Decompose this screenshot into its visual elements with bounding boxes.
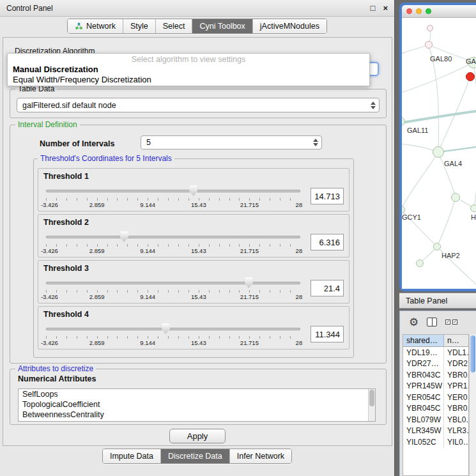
table-row[interactable]: YBR045CYBR0… xyxy=(403,403,468,415)
numerical-attributes-list[interactable]: SelfLoopsTopologicalCoefficientBetweenne… xyxy=(18,388,376,422)
threshold-1-section: Threshold 1 -3.4262.8599.14415.4321.7152… xyxy=(38,168,349,211)
network-canvas[interactable]: GAL80GAGAL11GAL4GCY1HHAP2 xyxy=(402,18,476,289)
tab-cyni-toolbox[interactable]: Cyni Toolbox xyxy=(192,19,252,33)
table-cell[interactable]: YIL0… xyxy=(444,436,468,448)
stepper-icon[interactable] xyxy=(371,102,376,109)
table-cell[interactable]: YDR2… xyxy=(444,358,468,370)
table-row[interactable]: YBR043CYBR0… xyxy=(403,369,468,381)
table-cell[interactable]: YIL052C xyxy=(403,436,444,448)
threshold-2-slider[interactable]: -3.4262.8599.14415.4321.71528 xyxy=(43,230,303,256)
threshold-1-value-field[interactable]: 14.713 xyxy=(311,188,344,204)
thresholds-group-label: Threshold's Coordinates for 5 Intervals xyxy=(38,154,174,163)
slider-scale-label: 21.715 xyxy=(240,201,259,208)
scrollbar-thumb[interactable] xyxy=(470,335,475,372)
network-node[interactable] xyxy=(427,25,433,31)
dropdown-option-equal-width-frequency[interactable]: Equal Width/Frequency Discretization xyxy=(8,74,369,84)
column-header-shared-name[interactable]: shared… xyxy=(403,335,444,346)
network-node[interactable] xyxy=(470,204,476,212)
scrollbar-thumb[interactable] xyxy=(369,390,374,406)
column-header-name[interactable]: n… xyxy=(444,335,468,346)
tab-discretize-data[interactable]: Discretize Data xyxy=(161,449,230,463)
threshold-2-row: -3.4262.8599.14415.4321.71528 6.316 xyxy=(43,230,344,256)
slider-track[interactable] xyxy=(46,236,300,238)
gear-icon[interactable]: ⚙ xyxy=(409,317,418,328)
tab-jactivemnodules[interactable]: jActiveMNodules xyxy=(253,19,326,33)
slider-scale-label: -3.426 xyxy=(41,201,58,208)
tab-label: Infer Network xyxy=(237,452,284,461)
minimize-traffic-light[interactable] xyxy=(416,8,422,14)
table-cell[interactable]: YBR0… xyxy=(444,403,468,415)
apply-button[interactable]: Apply xyxy=(169,429,226,443)
slider-track[interactable] xyxy=(46,190,300,192)
zoom-traffic-light[interactable] xyxy=(426,8,431,14)
numerical-attribute-item[interactable]: TopologicalCoefficient xyxy=(19,399,375,410)
slider-thumb[interactable] xyxy=(189,185,197,196)
slider-thumb[interactable] xyxy=(162,323,170,334)
table-cell[interactable]: YDL1… xyxy=(444,347,468,358)
network-node[interactable] xyxy=(433,243,441,250)
slider-scale: -3.4262.8599.14415.4321.71528 xyxy=(46,339,300,347)
attributes-scrollbar[interactable] xyxy=(368,389,375,421)
table-cell[interactable]: YER0… xyxy=(444,392,468,403)
slider-thumb[interactable] xyxy=(245,277,253,288)
network-node[interactable] xyxy=(466,72,475,81)
table-cell[interactable]: YBR0… xyxy=(444,369,468,381)
table-cell[interactable]: YER054C xyxy=(403,392,444,403)
up-arrow-icon xyxy=(313,139,318,142)
slider-scale-label: 15.43 xyxy=(191,201,206,208)
close-traffic-light[interactable] xyxy=(406,8,412,14)
close-window-icon[interactable]: × xyxy=(383,4,388,12)
network-node[interactable] xyxy=(451,193,460,202)
interval-definition-group: Interval Definition Number of Intervals … xyxy=(10,125,387,364)
tab-network[interactable]: Network xyxy=(68,19,123,33)
numerical-attribute-item[interactable]: BetweennessCentrality xyxy=(19,410,375,420)
table-row[interactable]: YIL052CYIL0… xyxy=(403,436,468,448)
slider-thumb[interactable] xyxy=(120,231,128,242)
slider-track[interactable] xyxy=(46,328,300,330)
column-visibility-icon[interactable]: ✓ ✓ xyxy=(445,319,457,325)
tab-label: Select xyxy=(163,22,185,31)
algorithm-dropdown: Select algorithm to view settings Manual… xyxy=(7,53,370,86)
table-cell[interactable]: YBL079W xyxy=(403,414,444,426)
table-cell[interactable]: YPR1… xyxy=(444,381,468,392)
tab-impute-data[interactable]: Impute Data xyxy=(103,449,161,463)
table-data-combobox[interactable]: galFiltered.sif default node xyxy=(17,98,380,112)
table-cell[interactable]: YBL0… xyxy=(444,414,468,426)
network-node[interactable] xyxy=(433,146,444,158)
network-node[interactable] xyxy=(416,259,424,267)
table-cell[interactable]: YDR27… xyxy=(403,358,444,370)
float-window-icon[interactable]: □ xyxy=(371,4,376,12)
columns-icon[interactable] xyxy=(427,318,437,326)
slider-scale-label: 2.859 xyxy=(89,339,105,346)
tab-style[interactable]: Style xyxy=(123,19,156,33)
slider-scale-label: 21.715 xyxy=(240,339,259,346)
table-row[interactable]: YLR345WYLR3… xyxy=(403,426,468,437)
threshold-3-value-field[interactable]: 21.4 xyxy=(311,280,344,296)
numerical-attribute-item[interactable]: SelfLoops xyxy=(19,389,375,399)
slider-scale-label: 9.144 xyxy=(140,293,155,300)
table-row[interactable]: YDL19…YDL1… xyxy=(403,347,468,358)
table-row[interactable]: YBL079WYBL0… xyxy=(403,414,468,426)
threshold-3-slider[interactable]: -3.4262.8599.14415.4321.71528 xyxy=(43,276,303,302)
threshold-1-slider[interactable]: -3.4262.8599.14415.4321.71528 xyxy=(43,184,303,210)
tab-select[interactable]: Select xyxy=(156,19,193,33)
table-scrollbar[interactable] xyxy=(469,334,476,476)
network-node[interactable] xyxy=(425,41,433,49)
table-cell[interactable]: YDL19… xyxy=(403,347,444,358)
table-cell[interactable]: YLR3… xyxy=(444,426,468,437)
stepper-icon[interactable] xyxy=(313,139,318,146)
threshold-2-value-field[interactable]: 6.316 xyxy=(311,234,344,250)
table-cell[interactable]: YBR045C xyxy=(403,403,444,415)
threshold-4-slider[interactable]: -3.4262.8599.14415.4321.71528 xyxy=(43,322,303,348)
tab-infer-network[interactable]: Infer Network xyxy=(230,449,291,463)
threshold-4-value-field[interactable]: 11.344 xyxy=(311,326,344,342)
dropdown-option-manual-discretization[interactable]: Manual Discretization xyxy=(8,64,369,74)
slider-track[interactable] xyxy=(46,282,300,284)
number-of-intervals-combobox[interactable]: 5 xyxy=(141,135,322,150)
table-row[interactable]: YDR27…YDR2… xyxy=(403,358,468,370)
table-cell[interactable]: YBR043C xyxy=(403,369,444,381)
table-row[interactable]: YPR145WYPR1… xyxy=(403,381,468,392)
table-row[interactable]: YER054CYER0… xyxy=(403,392,468,403)
table-cell[interactable]: YPR145W xyxy=(403,381,444,392)
table-cell[interactable]: YLR345W xyxy=(403,426,444,437)
